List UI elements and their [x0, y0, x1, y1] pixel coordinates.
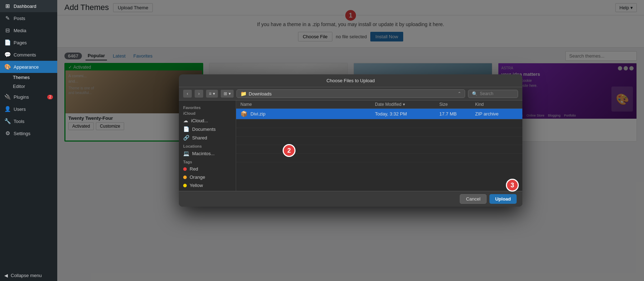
tag-orange[interactable]: Orange [179, 173, 236, 181]
file-name: Divi.zip [250, 111, 265, 117]
dialog-footer: Cancel Upload [179, 191, 522, 207]
documents-icon: 📄 [183, 126, 189, 132]
tools-icon: 🔧 [4, 118, 11, 124]
sidebar-sub-themes[interactable]: Themes [0, 73, 57, 82]
location-label: Downloads [249, 91, 272, 97]
collapse-menu-button[interactable]: ◀ Collapse menu [0, 270, 57, 281]
dialog-body: Favorites iCloud ☁ iCloud... 📄 Documents… [179, 100, 522, 191]
col-date-header: Date Modified ▾ [375, 102, 439, 107]
orange-dot [183, 176, 187, 179]
file-row-divi[interactable]: 📦 Divi.zip Today, 3:32 PM 17.7 MB ZIP ar… [236, 109, 522, 119]
posts-icon: ✎ [4, 15, 11, 21]
sidebar-item-media[interactable]: ⊟ Media [0, 24, 57, 36]
sidebar-item-posts[interactable]: ✎ Posts [0, 12, 57, 24]
col-kind-header: Kind [475, 102, 518, 107]
grid-view-button[interactable]: ⊞ ▾ [221, 90, 234, 98]
users-icon: 👤 [4, 106, 11, 112]
search-icon: 🔍 [472, 91, 478, 97]
shared-item[interactable]: 🔗 Shared [179, 133, 236, 142]
sidebar-item-dashboard[interactable]: ⊞ Dashboard [0, 0, 57, 12]
file-name-cell: 📦 Divi.zip [240, 110, 375, 117]
media-icon: ⊟ [4, 27, 11, 34]
yellow-dot [183, 184, 187, 187]
list-view-button[interactable]: ≡ ▾ [206, 90, 218, 98]
grid-chevron-icon: ▾ [229, 91, 231, 96]
tag-red[interactable]: Red [179, 165, 236, 173]
file-dialog: Choose Files to Upload ‹ › ≡ ▾ ⊞ ▾ 📁 Dow… [179, 74, 522, 207]
collapse-arrow-icon: ◀ [4, 273, 8, 278]
dashboard-icon: ⊞ [4, 3, 11, 9]
file-size: 17.7 MB [439, 111, 475, 117]
location-folder-icon: 📁 [240, 91, 247, 97]
file-list-area: Name Date Modified ▾ Size Kind 📦 Divi.zi… [236, 100, 522, 191]
red-dot [183, 167, 187, 171]
sidebar: ⊞ Dashboard ✎ Posts ⊟ Media 📄 Pages 💬 Co… [0, 0, 57, 281]
sidebar-item-users[interactable]: 👤 Users [0, 103, 57, 115]
pages-icon: 📄 [4, 39, 11, 46]
comments-icon: 💬 [4, 51, 11, 58]
annotation-circle-3: 3 [506, 179, 519, 192]
sidebar-item-pages[interactable]: 📄 Pages [0, 36, 57, 49]
list-icon: ≡ [209, 91, 211, 96]
list-chevron-icon: ▾ [213, 91, 215, 96]
plugins-badge: 2 [47, 95, 53, 99]
location-chevron-icon: ⌃ [458, 91, 461, 96]
cancel-button[interactable]: Cancel [460, 194, 486, 204]
file-list-header: Name Date Modified ▾ Size Kind [236, 100, 522, 109]
tag-yellow[interactable]: Yellow [179, 181, 236, 189]
col-size-header: Size [439, 102, 475, 107]
sidebar-sub-editor[interactable]: Editor [0, 82, 57, 91]
dialog-overlay: Choose Files to Upload ‹ › ≡ ▾ ⊞ ▾ 📁 Dow… [57, 0, 644, 281]
sort-icon: ▾ [403, 102, 405, 107]
shared-icon: 🔗 [183, 135, 189, 140]
zip-file-icon: 📦 [240, 110, 248, 117]
icloud-item[interactable]: ☁ iCloud... [179, 116, 236, 125]
empty-rows [236, 119, 522, 162]
plugins-icon: 🔌 [4, 94, 11, 100]
grid-icon: ⊞ [224, 91, 227, 96]
file-date: Today, 3:32 PM [375, 111, 439, 117]
documents-item[interactable]: 📄 Documents [179, 125, 236, 133]
col-name-header: Name [240, 102, 375, 107]
locations-section-label: Locations [179, 142, 236, 149]
annotation-circle-2: 2 [283, 144, 296, 157]
forward-button[interactable]: › [195, 90, 203, 98]
sidebar-item-comments[interactable]: 💬 Comments [0, 49, 57, 61]
main-content: Add Themes Upload Theme Help ▾ If you ha… [57, 0, 644, 281]
sidebar-item-appearance[interactable]: 🎨 Appearance [0, 61, 57, 73]
icloud-icon: ☁ [183, 118, 188, 123]
favorites-section-label: Favorites [179, 103, 236, 110]
dialog-titlebar: Choose Files to Upload [179, 74, 522, 87]
sidebar-item-plugins[interactable]: 🔌 Plugins 2 [0, 91, 57, 103]
dialog-sidebar: Favorites iCloud ☁ iCloud... 📄 Documents… [179, 100, 236, 191]
sidebar-item-settings[interactable]: ⚙ Settings [0, 127, 57, 139]
settings-icon: ⚙ [4, 130, 11, 137]
back-button[interactable]: ‹ [183, 90, 192, 98]
file-kind: ZIP archive [475, 111, 518, 117]
sidebar-item-tools[interactable]: 🔧 Tools [0, 115, 57, 127]
dialog-toolbar: ‹ › ≡ ▾ ⊞ ▾ 📁 Downloads ⌃ [179, 87, 522, 100]
appearance-icon: 🎨 [4, 64, 11, 70]
icloud-section-label: iCloud [179, 110, 236, 116]
macintosh-item[interactable]: 💻 Macintos... [179, 149, 236, 158]
tags-section-label: Tags [179, 158, 236, 165]
location-bar: 📁 Downloads ⌃ [236, 89, 465, 98]
search-bar: 🔍 Search [468, 90, 518, 98]
macintosh-icon: 💻 [183, 151, 189, 156]
upload-button[interactable]: Upload [489, 194, 517, 204]
